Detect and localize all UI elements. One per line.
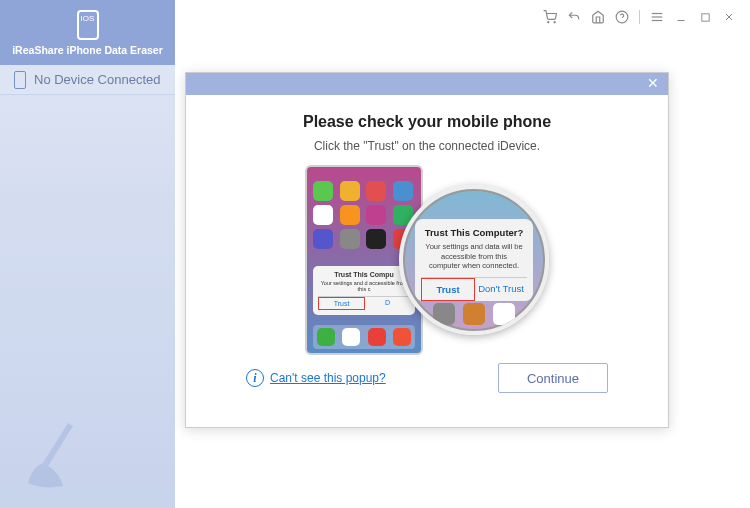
dock-app-icon (368, 328, 386, 346)
app-icon (366, 229, 386, 249)
help-link[interactable]: Can't see this popup? (270, 371, 386, 385)
app-icon (340, 205, 360, 225)
zoom-dont-trust-button: Don't Trust (475, 278, 527, 301)
app-icon (366, 181, 386, 201)
cart-icon[interactable] (539, 6, 561, 28)
zoom-app-icon (493, 303, 515, 325)
zoom-app-icon (433, 303, 455, 325)
illustration: Trust This Compu Your settings and d acc… (216, 165, 638, 355)
app-icon (393, 181, 413, 201)
device-status-row[interactable]: No Device Connected (0, 65, 175, 95)
continue-button[interactable]: Continue (498, 363, 608, 393)
zoom-circle: Trust This Computer? Your settings and d… (399, 185, 549, 335)
app-icon (313, 205, 333, 225)
device-status-text: No Device Connected (34, 72, 160, 87)
app-icon (313, 229, 333, 249)
brand-name: iReaShare iPhone Data Eraser (12, 44, 163, 56)
app-icon (366, 205, 386, 225)
app-icon (340, 229, 360, 249)
sidebar: IOS iReaShare iPhone Data Eraser No Devi… (0, 0, 175, 508)
brand-header: IOS iReaShare iPhone Data Eraser (0, 0, 175, 65)
zoom-trust-button: Trust (421, 278, 475, 301)
app-icon (313, 181, 333, 201)
dock-app-icon (317, 328, 335, 346)
device-icon (14, 71, 26, 89)
titlebar (539, 6, 740, 28)
modal-title: Please check your mobile phone (216, 113, 638, 131)
svg-point-1 (554, 22, 555, 23)
modal-header: ✕ (186, 73, 668, 95)
titlebar-divider (639, 10, 640, 24)
broom-decoration (18, 418, 98, 498)
dock-app-icon (342, 328, 360, 346)
svg-rect-8 (701, 13, 708, 20)
info-icon: i (246, 369, 264, 387)
maximize-icon[interactable] (694, 6, 716, 28)
dock-app-icon (393, 328, 411, 346)
phone-dont-trust-button: D (365, 297, 410, 310)
phone-trust-button: Trust (318, 297, 365, 310)
zoom-trust-dialog: Trust This Computer? Your settings and d… (415, 219, 533, 301)
menu-icon[interactable] (646, 6, 668, 28)
svg-point-0 (548, 22, 549, 23)
home-icon[interactable] (587, 6, 609, 28)
back-icon[interactable] (563, 6, 585, 28)
app-icon (340, 181, 360, 201)
trust-modal: ✕ Please check your mobile phone Click t… (185, 72, 669, 428)
brand-phone-icon: IOS (77, 10, 99, 40)
help-link-group[interactable]: i Can't see this popup? (246, 369, 386, 387)
minimize-icon[interactable] (670, 6, 692, 28)
help-icon[interactable] (611, 6, 633, 28)
modal-subtitle: Click the "Trust" on the connected iDevi… (216, 139, 638, 153)
close-icon[interactable] (718, 6, 740, 28)
modal-close-icon[interactable]: ✕ (644, 75, 662, 91)
modal-body: Please check your mobile phone Click the… (186, 95, 668, 405)
zoom-app-icon (463, 303, 485, 325)
modal-footer: i Can't see this popup? Continue (216, 363, 638, 393)
